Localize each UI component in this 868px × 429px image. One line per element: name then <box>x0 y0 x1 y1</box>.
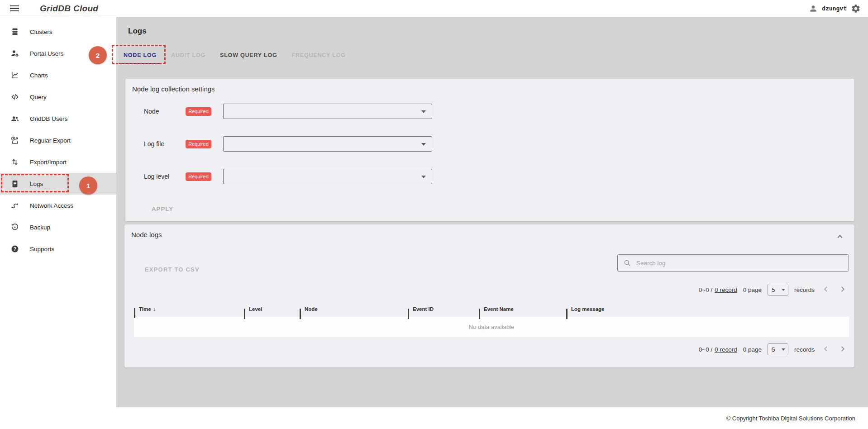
log-file-field-row: Log file Required <box>144 136 432 152</box>
sidebar-item-backup[interactable]: Backup <box>0 216 116 238</box>
chevron-down-icon <box>782 348 785 351</box>
chevron-right-icon <box>838 344 848 354</box>
sidebar-item-charts[interactable]: Charts <box>0 64 116 86</box>
settings-card-title: Node log collection settings <box>132 85 215 93</box>
required-badge: Required <box>186 140 211 148</box>
sort-descending-icon: ↓ <box>153 305 156 312</box>
step-1-badge: 1 <box>79 176 97 195</box>
record-count-link[interactable]: 0 record <box>715 286 737 293</box>
column-header-node[interactable]: Node <box>300 306 408 312</box>
chevron-down-icon <box>421 176 426 178</box>
sidebar-item-label: Portal Users <box>30 50 63 57</box>
log-level-field-label: Log level <box>144 173 186 180</box>
users-icon <box>10 114 20 123</box>
sidebar-item-label: Logs <box>30 181 43 187</box>
network-route-icon <box>10 201 20 210</box>
app-logo: GridDB Cloud <box>40 4 98 14</box>
node-log-settings-card: Node log collection settings Node Requir… <box>125 79 854 221</box>
search-log-input[interactable] <box>636 260 844 267</box>
sidebar-item-label: Clusters <box>30 29 52 35</box>
sidebar-item-label: Backup <box>30 224 50 231</box>
chevron-down-icon <box>782 289 785 291</box>
log-tabs: NODE LOG AUDIT LOG SLOW QUERY LOG FREQUE… <box>116 44 353 66</box>
paginator-bottom: 0~0 / 0 record 0 page 5 records <box>699 343 848 355</box>
empty-table-message: No data available <box>134 317 849 337</box>
table-header-row: Time ↓ Level Node Event ID Event Name Lo… <box>134 301 849 317</box>
page-size-value: 5 <box>772 346 775 353</box>
required-badge: Required <box>186 172 211 181</box>
page-title: Logs <box>128 27 147 36</box>
column-header-event-name[interactable]: Event Name <box>479 306 566 312</box>
column-header-level[interactable]: Level <box>244 306 300 312</box>
main-content: Logs NODE LOG AUDIT LOG SLOW QUERY LOG F… <box>116 17 868 407</box>
chevron-left-icon <box>821 284 831 294</box>
record-range-label: 0~0 / <box>699 286 712 293</box>
records-label: records <box>794 346 815 353</box>
sidebar-item-network-access[interactable]: Network Access <box>0 195 116 216</box>
log-file-field-label: Log file <box>144 140 186 148</box>
username-label: dzungvt <box>822 5 847 12</box>
node-logs-card: Node logs EXPORT TO CSV 0~0 / 0 record 0… <box>124 224 854 367</box>
tab-audit-log[interactable]: AUDIT LOG <box>164 44 213 66</box>
chevron-up-icon <box>835 232 844 241</box>
tab-node-log[interactable]: NODE LOG <box>116 44 164 66</box>
search-log-box <box>617 254 849 272</box>
paginator-top: 0~0 / 0 record 0 page 5 records <box>699 284 848 296</box>
previous-page-button[interactable] <box>820 344 831 355</box>
sidebar-item-regular-export[interactable]: Regular Export <box>0 129 116 151</box>
hamburger-menu-icon[interactable] <box>10 5 19 12</box>
top-bar: GridDB Cloud dzungvt <box>0 0 868 17</box>
sidebar-item-export-import[interactable]: Export/Import <box>0 151 116 173</box>
sidebar-item-clusters[interactable]: Clusters <box>0 21 116 43</box>
next-page-button[interactable] <box>837 284 848 295</box>
database-icon <box>10 27 20 36</box>
tab-slow-query-log[interactable]: SLOW QUERY LOG <box>213 44 284 66</box>
line-chart-icon <box>10 71 20 80</box>
tab-frequency-log[interactable]: FREQUENCY LOG <box>285 44 353 66</box>
log-level-field-row: Log level Required <box>144 169 432 184</box>
user-avatar-icon <box>809 4 818 13</box>
export-to-csv-button[interactable]: EXPORT TO CSV <box>141 262 203 276</box>
copyright-label: © Copyright Toshiba Digital Solutions Co… <box>726 415 855 422</box>
logs-icon <box>10 179 20 188</box>
node-log-table: Time ↓ Level Node Event ID Event Name Lo… <box>134 301 849 337</box>
node-select[interactable] <box>223 104 432 119</box>
footer: © Copyright Toshiba Digital Solutions Co… <box>0 407 868 429</box>
chevron-left-icon <box>821 344 831 354</box>
sidebar: Clusters Portal Users Charts Query <box>0 17 116 407</box>
sidebar-item-griddb-users[interactable]: GridDB Users <box>0 108 116 129</box>
chevron-down-icon <box>421 110 426 113</box>
user-menu[interactable]: dzungvt <box>809 4 868 14</box>
svg-text:?: ? <box>14 247 16 252</box>
record-range-label: 0~0 / <box>699 346 712 353</box>
backup-restore-icon <box>10 223 20 232</box>
apply-button[interactable]: APPLY <box>148 202 177 216</box>
sidebar-item-logs[interactable]: Logs <box>0 173 116 195</box>
code-icon <box>10 92 20 101</box>
column-header-time[interactable]: Time ↓ <box>134 305 244 312</box>
sidebar-item-label: Regular Export <box>30 137 71 144</box>
page-count-label: 0 page <box>743 286 762 293</box>
sidebar-item-supports[interactable]: ? Supports <box>0 238 116 260</box>
help-icon: ? <box>10 244 20 253</box>
search-icon <box>623 259 632 267</box>
log-level-select[interactable] <box>223 169 432 184</box>
collapse-section-button[interactable] <box>835 232 844 241</box>
settings-gear-icon[interactable] <box>851 4 861 14</box>
page-size-select[interactable]: 5 <box>768 284 788 296</box>
node-field-row: Node Required <box>144 104 432 119</box>
page-size-select[interactable]: 5 <box>768 343 788 355</box>
record-count-link[interactable]: 0 record <box>715 346 737 353</box>
step-2-badge: 2 <box>89 46 107 64</box>
next-page-button[interactable] <box>837 344 848 355</box>
previous-page-button[interactable] <box>820 284 831 295</box>
column-header-log-message[interactable]: Log message <box>566 306 849 312</box>
sidebar-item-label: Charts <box>30 72 48 79</box>
column-header-event-id[interactable]: Event ID <box>408 306 479 312</box>
export-import-icon <box>10 157 20 167</box>
log-file-select[interactable] <box>223 136 432 152</box>
chevron-right-icon <box>838 284 848 294</box>
griddb-cloud-app: GridDB Cloud dzungvt Clusters <box>0 0 868 429</box>
sidebar-item-query[interactable]: Query <box>0 86 116 108</box>
sidebar-item-label: Export/Import <box>30 159 67 166</box>
